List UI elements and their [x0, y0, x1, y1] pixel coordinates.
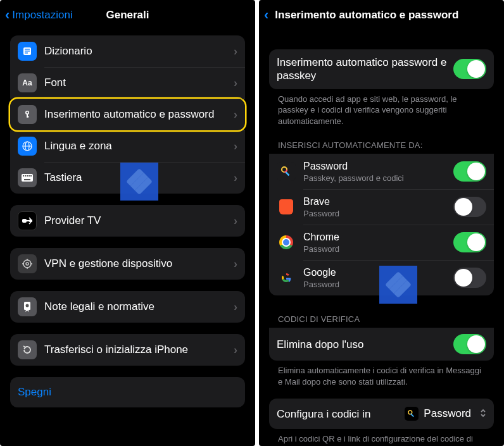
- row-label: Provider TV: [44, 214, 229, 227]
- row-label: Dizionario: [44, 44, 229, 58]
- chevron-right-icon: ›: [234, 77, 237, 90]
- svg-rect-12: [25, 175, 26, 177]
- source-name: Google: [303, 266, 453, 279]
- chevron-right-icon: ›: [234, 171, 237, 185]
- chevron-left-icon: ‹: [5, 8, 9, 22]
- row-label: Inserimento automatico e password: [44, 108, 229, 121]
- svg-rect-14: [28, 175, 30, 177]
- row-source-brave[interactable]: Brave Password: [269, 189, 494, 225]
- page-title: Inserimento automatico e password: [275, 9, 458, 22]
- configure-value: Password: [405, 407, 486, 421]
- page-title: Generali: [106, 9, 149, 22]
- chevron-right-icon: ›: [234, 214, 237, 228]
- row-autofill-toggle[interactable]: Inserimento automatico password e passke…: [269, 49, 494, 89]
- passwords-app-icon: [277, 162, 296, 181]
- watermark-icon: [120, 163, 158, 201]
- source-name: Password: [303, 160, 453, 173]
- row-source-password[interactable]: Password Passkey, password e codici: [269, 154, 494, 189]
- chevron-right-icon: ›: [234, 45, 237, 58]
- source-name: Brave: [303, 195, 453, 208]
- svg-rect-3: [25, 53, 28, 54]
- svg-point-29: [26, 304, 29, 307]
- certificate-icon: [18, 297, 37, 316]
- toggle-switch[interactable]: [453, 334, 486, 354]
- passwords-app-icon: [405, 407, 419, 421]
- row-label: VPN e gestione dispositivo: [44, 257, 229, 270]
- svg-rect-15: [30, 175, 32, 177]
- row-autofill-passwords[interactable]: Inserimento automatico e password ›: [10, 99, 245, 130]
- row-label: Note legali e normative: [44, 300, 229, 313]
- row-transfer-reset[interactable]: Trasferisci o inizializza iPhone ›: [10, 334, 245, 366]
- autofill-passwords-pane: ‹ Inserimento automatico e password Inse…: [259, 0, 504, 446]
- chevron-left-icon: ‹: [264, 8, 268, 22]
- svg-rect-17: [22, 219, 27, 223]
- google-icon: [277, 268, 296, 287]
- toggle-switch[interactable]: [453, 268, 486, 288]
- row-label: Font: [44, 76, 229, 89]
- row-label: Lingua e zona: [44, 139, 229, 152]
- toggle-switch[interactable]: [453, 197, 486, 217]
- svg-point-4: [26, 111, 28, 114]
- source-sub: Password: [303, 209, 453, 218]
- configure-value-text: Password: [424, 407, 471, 420]
- chevron-right-icon: ›: [234, 140, 237, 153]
- chrome-icon: [277, 233, 296, 252]
- keyboard-icon: [18, 168, 37, 187]
- row-label: Trasferisci o inizializza iPhone: [44, 343, 229, 356]
- toggle-switch[interactable]: [453, 161, 486, 182]
- globe-icon: [18, 137, 37, 156]
- watermark-icon: [379, 266, 417, 304]
- svg-line-20: [29, 218, 31, 220]
- row-shutdown[interactable]: Spegni: [10, 377, 245, 407]
- shutdown-label: Spegni: [18, 386, 51, 399]
- svg-rect-11: [23, 175, 24, 177]
- source-name: Chrome: [303, 231, 453, 244]
- up-down-icon: [480, 408, 486, 420]
- svg-rect-6: [27, 116, 29, 118]
- section-header: Inserisci automaticamente da:: [269, 140, 494, 154]
- reset-icon: [18, 340, 37, 359]
- toggle-switch[interactable]: [453, 59, 486, 79]
- section-footer: Apri i codici QR e i link di configurazi…: [269, 429, 494, 446]
- general-settings-pane: ‹ Impostazioni Generali Dizionario › Aa …: [0, 0, 255, 446]
- svg-rect-10: [22, 174, 33, 182]
- source-sub: Password: [303, 244, 453, 254]
- row-source-chrome[interactable]: Chrome Password: [269, 225, 494, 260]
- source-sub: Passkey, password e codici: [303, 173, 453, 183]
- key-icon: [18, 105, 37, 124]
- row-label: Configura i codici in: [277, 407, 405, 421]
- chevron-right-icon: ›: [234, 257, 237, 271]
- book-icon: [18, 42, 37, 61]
- section-footer: Quando accedi ad app e siti web, le pass…: [269, 89, 494, 127]
- row-delete-after-use[interactable]: Elimina dopo l'uso: [269, 328, 494, 361]
- svg-rect-34: [410, 414, 414, 418]
- svg-rect-16: [24, 179, 30, 180]
- back-button[interactable]: ‹ Impostazioni: [5, 8, 73, 22]
- row-font[interactable]: Aa Font ›: [10, 67, 245, 99]
- row-label: Elimina dopo l'uso: [277, 338, 453, 351]
- chevron-right-icon: ›: [234, 108, 237, 121]
- back-button[interactable]: ‹: [264, 8, 268, 22]
- row-language-region[interactable]: Lingua e zona ›: [10, 130, 245, 162]
- row-tv-provider[interactable]: Provider TV ›: [10, 205, 245, 237]
- svg-point-23: [26, 263, 28, 265]
- svg-rect-19: [29, 220, 32, 222]
- svg-rect-2: [25, 51, 30, 52]
- toggle-switch[interactable]: [453, 232, 486, 252]
- section-header: Codici di verifica: [269, 314, 494, 328]
- row-legal[interactable]: Note legali e normative ›: [10, 291, 245, 323]
- chevron-right-icon: ›: [234, 300, 237, 314]
- svg-rect-1: [25, 49, 30, 50]
- svg-line-21: [29, 222, 31, 224]
- svg-rect-13: [27, 175, 28, 177]
- row-label: Inserimento automatico password e passke…: [277, 56, 453, 83]
- chevron-right-icon: ›: [234, 344, 237, 357]
- navbar: ‹ Impostazioni Generali: [0, 0, 255, 30]
- navbar: ‹ Inserimento automatico e password: [259, 0, 504, 30]
- plug-icon: [18, 211, 37, 230]
- row-configure-codes[interactable]: Configura i codici in Password: [269, 399, 494, 429]
- row-dictionary[interactable]: Dizionario ›: [10, 35, 245, 67]
- row-vpn[interactable]: VPN e gestione dispositivo ›: [10, 248, 245, 280]
- gear-icon: [18, 254, 37, 273]
- brave-icon: [277, 197, 296, 216]
